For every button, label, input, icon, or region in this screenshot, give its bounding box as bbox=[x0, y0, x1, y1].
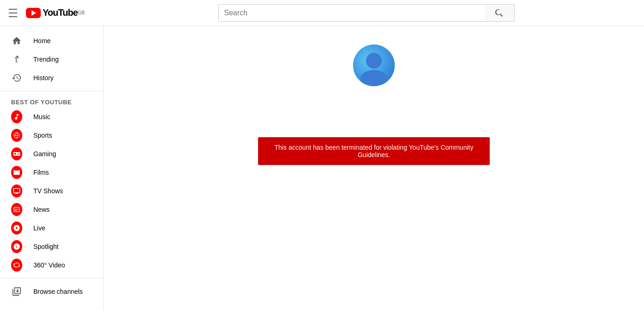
live-icon bbox=[11, 222, 22, 234]
tvshows-icon bbox=[11, 185, 22, 197]
terminated-message: This account has been terminated for vio… bbox=[274, 144, 473, 159]
music-icon bbox=[11, 111, 22, 122]
sidebar-item-360video[interactable]: 360° Video bbox=[0, 256, 103, 274]
sidebar-item-browse-channels[interactable]: Browse channels bbox=[0, 282, 103, 301]
logo-text: YouTube bbox=[43, 7, 78, 18]
360video-icon bbox=[11, 260, 22, 271]
main-content: This account has been terminated for vio… bbox=[104, 26, 644, 311]
sidebar-item-spotlight[interactable]: Spotlight bbox=[0, 237, 103, 256]
sidebar-item-music[interactable]: Music bbox=[0, 108, 103, 126]
sidebar-item-films[interactable]: Films bbox=[0, 163, 103, 182]
header: YouTubeGB bbox=[0, 0, 644, 26]
spotlight-icon bbox=[11, 241, 22, 252]
sidebar: Home Trending History BEST OF YOUTUBE bbox=[0, 26, 104, 311]
news-icon bbox=[11, 204, 22, 215]
menu-button[interactable] bbox=[7, 7, 19, 19]
avatar bbox=[353, 44, 395, 86]
layout: Home Trending History BEST OF YOUTUBE bbox=[0, 26, 644, 311]
sidebar-item-live[interactable]: Live bbox=[0, 219, 103, 237]
avatar-body bbox=[360, 70, 387, 86]
search-form bbox=[218, 4, 515, 22]
sports-icon bbox=[11, 130, 22, 141]
search-button[interactable] bbox=[485, 4, 515, 22]
sidebar-divider-2 bbox=[0, 278, 103, 279]
browse-icon bbox=[11, 286, 22, 297]
youtube-logo[interactable]: YouTubeGB bbox=[26, 7, 85, 18]
sidebar-item-sports[interactable]: Sports bbox=[0, 126, 103, 145]
sidebar-item-tvshows[interactable]: TV Shows bbox=[0, 182, 103, 200]
trending-icon bbox=[11, 54, 22, 65]
sidebar-item-news[interactable]: News bbox=[0, 200, 103, 219]
gaming-icon bbox=[11, 148, 22, 159]
films-icon bbox=[11, 167, 22, 178]
sidebar-divider-1 bbox=[0, 91, 103, 91]
sidebar-item-history[interactable]: History bbox=[0, 69, 103, 87]
sidebar-item-trending[interactable]: Trending bbox=[0, 50, 103, 69]
avatar-head bbox=[366, 53, 382, 69]
terminated-banner: This account has been terminated for vio… bbox=[258, 137, 490, 165]
sidebar-item-home[interactable]: Home bbox=[0, 32, 103, 50]
home-icon bbox=[11, 35, 22, 46]
search-icon bbox=[495, 8, 504, 18]
sidebar-item-gaming[interactable]: Gaming bbox=[0, 145, 103, 163]
avatar-container bbox=[353, 44, 395, 86]
search-input[interactable] bbox=[218, 4, 485, 22]
logo-play-icon bbox=[26, 8, 41, 18]
history-icon bbox=[11, 72, 22, 83]
best-of-youtube-label: BEST OF YOUTUBE bbox=[0, 95, 103, 108]
logo-country: GB bbox=[78, 10, 85, 15]
